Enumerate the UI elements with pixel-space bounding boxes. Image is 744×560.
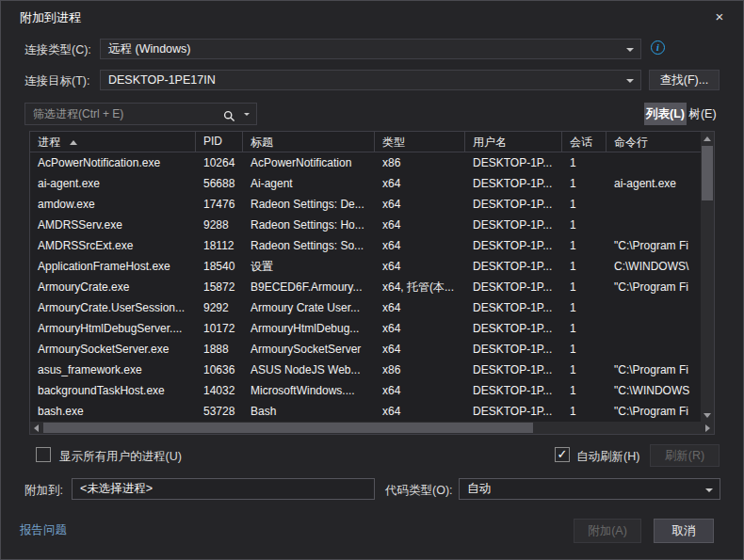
find-button[interactable]: 查找(F)... bbox=[649, 70, 720, 90]
cell-cmdline: ai-agent.exe bbox=[607, 173, 701, 194]
cell-type: x64 bbox=[375, 339, 465, 360]
cell-type: x86 bbox=[375, 360, 465, 380]
close-icon[interactable]: × bbox=[709, 7, 730, 27]
cell-session: 1 bbox=[562, 194, 607, 215]
cell-user: DESKTOP-1P... bbox=[465, 215, 562, 235]
cell-session: 1 bbox=[562, 360, 607, 380]
cell-user: DESKTOP-1P... bbox=[465, 152, 562, 173]
cell-user: DESKTOP-1P... bbox=[465, 297, 562, 318]
cell-user: DESKTOP-1P... bbox=[465, 194, 562, 215]
cell-pid: 18112 bbox=[196, 235, 243, 256]
show-all-users-checkbox[interactable] bbox=[36, 447, 51, 462]
cell-title: Radeon Settings: De... bbox=[243, 194, 375, 215]
cell-pid: 18540 bbox=[196, 256, 243, 277]
cell-session: 1 bbox=[562, 297, 607, 318]
cell-user: DESKTOP-1P... bbox=[465, 318, 562, 339]
info-icon[interactable]: i bbox=[651, 40, 665, 55]
cell-pid: 15872 bbox=[196, 277, 243, 297]
cell-title: ArmourySocketServer bbox=[243, 339, 375, 360]
cell-session: 1 bbox=[562, 339, 607, 360]
attach-to-process-dialog: 附加到进程 × 连接类型(C): 远程 (Windows) i 连接目标(T):… bbox=[0, 0, 744, 560]
cell-session: 1 bbox=[562, 256, 607, 277]
attach-button[interactable]: 附加(A) bbox=[574, 519, 641, 543]
cell-pid: 10172 bbox=[196, 318, 243, 339]
auto-refresh-label: 自动刷新(H) bbox=[576, 449, 639, 465]
cell-cmdline: "C:\Program Fi bbox=[607, 235, 701, 256]
table-row[interactable]: AMDRSSrcExt.exe 18112 Radeon Settings: S… bbox=[30, 235, 701, 256]
cell-title: ArmouryHtmlDebug... bbox=[243, 318, 375, 339]
cell-title: Bash bbox=[243, 401, 375, 422]
horizontal-scrollbar-thumb[interactable] bbox=[43, 423, 533, 433]
cell-cmdline: "C:\Program Fi bbox=[607, 360, 701, 380]
cancel-button[interactable]: 取消 bbox=[654, 519, 714, 543]
process-table: 进程 PID 标题 类型 用户名 会话 命令行 AcPowerNotificat… bbox=[29, 131, 715, 435]
view-tree-button[interactable]: 树(E) bbox=[688, 103, 717, 125]
table-row[interactable]: AcPowerNotification.exe 10264 AcPowerNot… bbox=[30, 152, 701, 173]
process-rows: AcPowerNotification.exe 10264 AcPowerNot… bbox=[30, 152, 701, 422]
horizontal-scrollbar[interactable] bbox=[30, 422, 714, 434]
cell-session: 1 bbox=[562, 380, 607, 401]
attach-to-field[interactable]: <未选择进程> bbox=[72, 478, 375, 500]
cell-process: asus_framework.exe bbox=[30, 360, 196, 380]
cell-session: 1 bbox=[562, 215, 607, 235]
table-row[interactable]: ArmouryCrate.UserSession... 9292 Armoury… bbox=[30, 297, 701, 318]
cell-title: B9ECED6F.Armoury... bbox=[243, 277, 375, 297]
scroll-right-icon[interactable] bbox=[705, 424, 710, 432]
cell-pid: 14032 bbox=[196, 380, 243, 401]
auto-refresh-checkbox[interactable]: ✓ bbox=[555, 447, 570, 462]
table-row[interactable]: bash.exe 53728 Bash x64 DESKTOP-1P... 1 … bbox=[30, 401, 701, 422]
report-problem-link[interactable]: 报告问题 bbox=[20, 522, 67, 538]
code-type-dropdown[interactable]: 自动 bbox=[459, 478, 720, 500]
code-type-label: 代码类型(O): bbox=[385, 483, 453, 499]
view-list-button[interactable]: 列表(L) bbox=[644, 103, 687, 125]
filter-process-input[interactable]: 筛选进程(Ctrl + E) bbox=[24, 103, 257, 125]
table-row[interactable]: ApplicationFrameHost.exe 18540 设置 x64 DE… bbox=[30, 256, 701, 277]
cell-cmdline: "C:\Program Fi bbox=[607, 277, 701, 297]
scroll-down-icon[interactable] bbox=[704, 413, 711, 418]
table-row[interactable]: ArmourySocketServer.exe 1888 ArmourySock… bbox=[30, 339, 701, 360]
chevron-down-icon bbox=[705, 488, 713, 492]
cell-pid: 56688 bbox=[196, 173, 243, 194]
cell-pid: 9288 bbox=[196, 215, 243, 235]
cell-cmdline: "C:\Program Fi bbox=[607, 401, 701, 422]
column-header-user[interactable]: 用户名 bbox=[465, 132, 562, 152]
scroll-up-icon[interactable] bbox=[704, 136, 711, 141]
column-header-pid[interactable]: PID bbox=[196, 132, 243, 152]
cell-session: 1 bbox=[562, 235, 607, 256]
vertical-scrollbar-thumb[interactable] bbox=[702, 146, 713, 200]
cell-cmdline bbox=[607, 194, 701, 215]
table-row[interactable]: amdow.exe 17476 Radeon Settings: De... x… bbox=[30, 194, 701, 215]
table-row[interactable]: ArmouryHtmlDebugServer.... 10172 Armoury… bbox=[30, 318, 701, 339]
column-header-cmdline[interactable]: 命令行 bbox=[607, 132, 701, 152]
cell-process: AMDRSSrcExt.exe bbox=[30, 235, 196, 256]
cell-pid: 9292 bbox=[196, 297, 243, 318]
search-icon[interactable] bbox=[223, 108, 235, 129]
table-row[interactable]: backgroundTaskHost.exe 14032 MicrosoftWi… bbox=[30, 380, 701, 401]
show-all-users-label: 显示所有用户的进程(U) bbox=[59, 449, 182, 465]
table-row[interactable]: asus_framework.exe 10636 ASUS NodeJS Web… bbox=[30, 360, 701, 380]
sort-ascending-icon bbox=[70, 140, 77, 145]
cell-user: DESKTOP-1P... bbox=[465, 235, 562, 256]
chevron-down-icon[interactable] bbox=[244, 113, 250, 116]
connection-type-dropdown[interactable]: 远程 (Windows) bbox=[100, 39, 641, 59]
connection-target-dropdown[interactable]: DESKTOP-1PE17IN bbox=[100, 70, 641, 90]
column-header-type[interactable]: 类型 bbox=[375, 132, 465, 152]
cell-type: x86 bbox=[375, 152, 465, 173]
cell-title: AcPowerNotification bbox=[243, 152, 375, 173]
table-row[interactable]: ArmouryCrate.exe 15872 B9ECED6F.Armoury.… bbox=[30, 277, 701, 297]
cell-type: x64 bbox=[375, 235, 465, 256]
cell-cmdline: C:\WINDOWS\ bbox=[607, 256, 701, 277]
table-row[interactable]: AMDRSServ.exe 9288 Radeon Settings: Ho..… bbox=[30, 215, 701, 235]
cell-pid: 17476 bbox=[196, 194, 243, 215]
column-header-process[interactable]: 进程 bbox=[30, 132, 196, 152]
column-header-title[interactable]: 标题 bbox=[243, 132, 375, 152]
refresh-button[interactable]: 刷新(R) bbox=[650, 444, 720, 467]
cell-type: x64 bbox=[375, 401, 465, 422]
cell-process: ArmourySocketServer.exe bbox=[30, 339, 196, 360]
column-header-session[interactable]: 会话 bbox=[562, 132, 607, 152]
cell-pid: 10264 bbox=[196, 152, 243, 173]
vertical-scrollbar[interactable] bbox=[701, 132, 714, 422]
scroll-left-icon[interactable] bbox=[34, 424, 39, 432]
cell-title: Ai-agent bbox=[243, 173, 375, 194]
table-row[interactable]: ai-agent.exe 56688 Ai-agent x64 DESKTOP-… bbox=[30, 173, 701, 194]
